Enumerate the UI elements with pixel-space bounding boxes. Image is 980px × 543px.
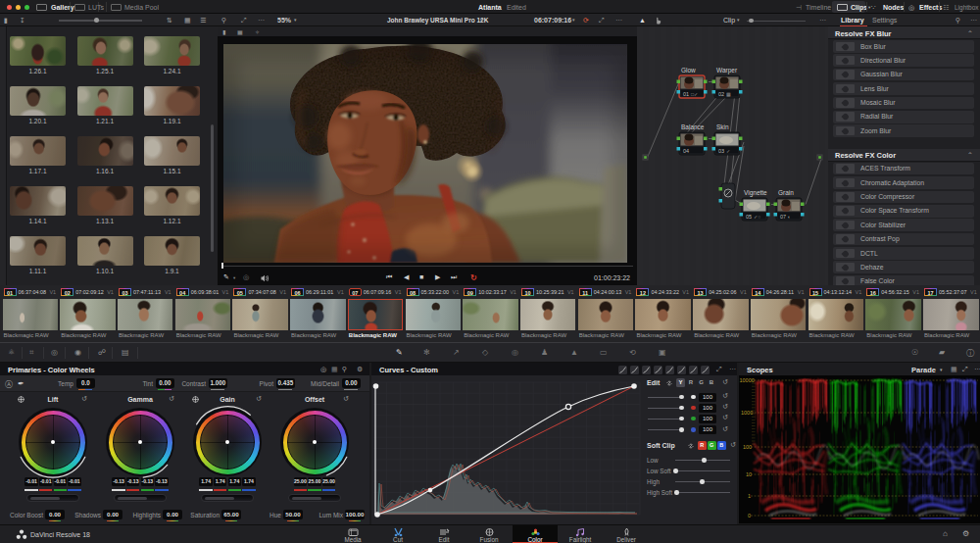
svg-text:03: 03	[718, 148, 724, 154]
svg-text:Vignette: Vignette	[744, 189, 767, 197]
svg-text:07: 07	[780, 214, 786, 220]
svg-text:Warper: Warper	[716, 67, 738, 74]
svg-text:Glow: Glow	[681, 67, 696, 74]
svg-text:✓○: ✓○	[754, 214, 760, 220]
svg-text:05: 05	[746, 214, 752, 220]
svg-text:◐: ◐	[788, 214, 791, 220]
svg-text:Skin: Skin	[716, 123, 729, 130]
svg-text:01: 01	[683, 91, 689, 97]
svg-text:02: 02	[718, 91, 724, 97]
svg-text:✓: ✓	[726, 148, 730, 154]
svg-text:▩: ▩	[726, 91, 731, 97]
svg-text:□✓: □✓	[691, 91, 698, 97]
svg-text:Grain: Grain	[778, 189, 794, 196]
svg-text:Balance: Balance	[681, 123, 705, 130]
svg-text:04: 04	[683, 148, 689, 154]
